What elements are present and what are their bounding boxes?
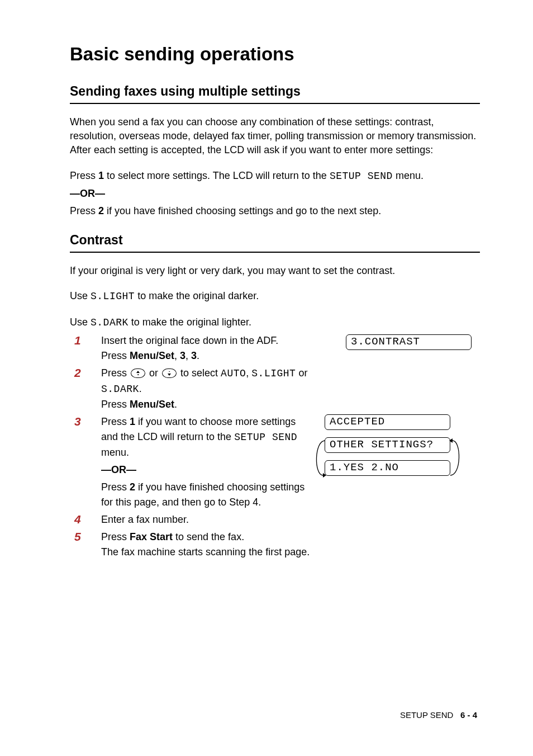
up-arrow-icon <box>131 368 145 378</box>
step-4: 4 Enter a fax number. <box>74 512 480 527</box>
lcd-accepted: ACCEPTED <box>325 414 450 430</box>
press-1-text: Press 1 to select more settings. The LCD… <box>70 169 480 183</box>
page-title: Basic sending operations <box>70 44 480 65</box>
section-contrast: Contrast <box>70 233 480 253</box>
intro-paragraph: When you send a fax you can choose any c… <box>70 115 480 158</box>
step-number: 3 <box>74 414 101 428</box>
step-1: 1 Insert the original face down in the A… <box>74 333 480 363</box>
or-divider: —OR— <box>70 187 480 201</box>
page-footer: SETUP SEND 6 - 4 <box>400 710 477 720</box>
step-2: 2 Press or to select AUTO, S.LIGHT or S.… <box>74 366 480 412</box>
section-sending-faxes: Sending faxes using multiple settings <box>70 84 480 104</box>
step-number: 4 <box>74 512 101 526</box>
step-5: 5 Press Fax Start to send the fax. The f… <box>74 530 480 560</box>
step-number: 1 <box>74 333 101 347</box>
down-arrow-icon <box>162 368 177 378</box>
slight-note: Use S.LIGHT to make the original darker. <box>70 289 480 304</box>
step-3: 3 Press 1 if you want to choose more set… <box>74 414 480 510</box>
press-2-text: Press 2 if you have finished choosing se… <box>70 204 480 218</box>
step-number: 2 <box>74 366 101 380</box>
sdark-note: Use S.DARK to make the original lighter. <box>70 315 480 330</box>
lcd-contrast: 3.CONTRAST <box>346 334 472 350</box>
lcd-other-settings: OTHER SETTINGS? <box>325 437 450 453</box>
loop-arrow-icon <box>449 438 465 478</box>
lcd-yes-no: 1.YES 2.NO <box>325 460 450 476</box>
contrast-intro: If your original is very light or very d… <box>70 264 480 278</box>
step-number: 5 <box>74 530 101 544</box>
